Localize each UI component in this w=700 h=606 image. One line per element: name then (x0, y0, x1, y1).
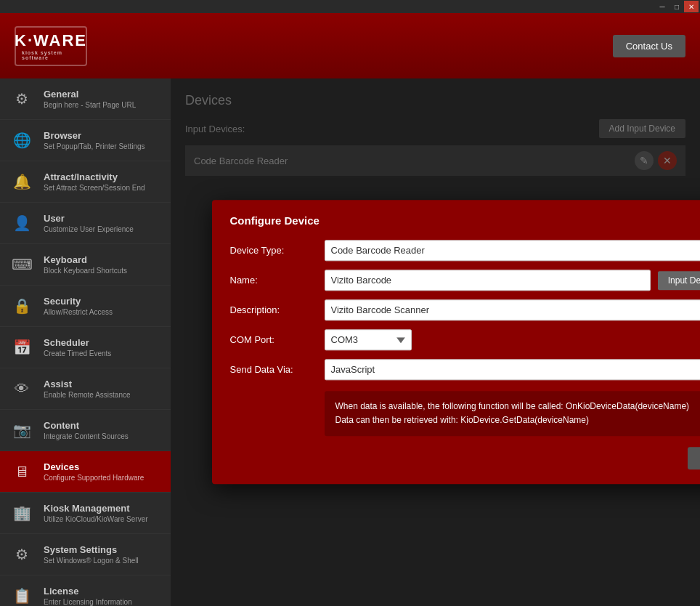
com-port-label: COM Port: (230, 334, 325, 345)
attract-icon: 🔔 (9, 169, 35, 195)
header: K·WARE kiosk system software Contact Us (0, 13, 700, 78)
name-input[interactable] (325, 270, 651, 291)
sidebar-license-title: License (44, 586, 132, 597)
sidebar-system-subtitle: Set Windows® Logon & Shell (44, 557, 139, 565)
sidebar-system-title: System Settings (44, 544, 139, 555)
scheduler-icon: 📅 (9, 334, 35, 360)
name-input-group: Input Device ACL... (325, 270, 701, 291)
sidebar-kiosk-mgmt-subtitle: Utilize KioCloud/KioWare Server (44, 515, 148, 523)
sidebar-keyboard-title: Keyboard (44, 254, 127, 265)
name-row: Name: Input Device ACL... (230, 270, 701, 291)
license-icon: 📋 (9, 583, 35, 606)
description-row: Description: (230, 299, 701, 320)
logo: K·WARE kiosk system software (15, 26, 87, 66)
name-label: Name: (230, 275, 325, 286)
sidebar-scheduler-subtitle: Create Timed Events (44, 350, 111, 357)
devices-icon: 🖥 (9, 458, 35, 485)
send-data-select[interactable]: JavaScript Event Both (325, 359, 701, 380)
user-icon: 👤 (9, 210, 35, 236)
sidebar-content-title: Content (44, 420, 129, 431)
sidebar-general-title: General (44, 89, 136, 100)
send-data-label: Send Data Via: (230, 364, 325, 375)
modal-info: When data is available, the following fu… (325, 391, 701, 436)
title-bar: ─ □ ✕ (0, 0, 700, 13)
sidebar: ⚙ General Begin here - Start Page URL 🌐 … (0, 78, 171, 606)
com-port-row: COM Port: COM1 COM2 COM3 COM4 (230, 329, 701, 350)
sidebar-item-security[interactable]: 🔒 Security Allow/Restrict Access (0, 286, 171, 327)
assist-icon: 👁 (9, 376, 35, 402)
sidebar-item-attract[interactable]: 🔔 Attract/Inactivity Set Attract Screen/… (0, 161, 171, 203)
contact-button[interactable]: Contact Us (613, 35, 685, 57)
sidebar-item-assist[interactable]: 👁 Assist Enable Remote Assistance (0, 368, 171, 410)
sidebar-item-devices[interactable]: 🖥 Devices Configure Supported Hardware (0, 451, 171, 493)
device-type-row: Device Type: Code Barcode Reader Magneti… (230, 240, 701, 261)
description-label: Description: (230, 304, 325, 315)
com-port-select[interactable]: COM1 COM2 COM3 COM4 (325, 329, 412, 350)
sidebar-item-general[interactable]: ⚙ General Begin here - Start Page URL (0, 78, 171, 120)
sidebar-attract-title: Attract/Inactivity (44, 171, 145, 182)
device-type-label: Device Type: (230, 245, 325, 256)
minimize-button[interactable]: ─ (655, 1, 670, 12)
sidebar-item-user[interactable]: 👤 User Customize User Experience (0, 203, 171, 244)
modal-footer: Close (230, 448, 701, 470)
sidebar-browser-title: Browser (44, 130, 145, 141)
system-icon: ⚙ (9, 541, 35, 567)
main-content: Devices Input Devices: Add Input Device … (171, 78, 700, 606)
app-body: ⚙ General Begin here - Start Page URL 🌐 … (0, 78, 700, 606)
send-data-row: Send Data Via: JavaScript Event Both (230, 359, 701, 380)
configure-device-modal: Configure Device Device Type: Code Barco… (212, 200, 701, 484)
sidebar-item-keyboard[interactable]: ⌨ Keyboard Block Keyboard Shortcuts (0, 244, 171, 286)
close-modal-button[interactable]: Close (688, 448, 700, 470)
maximize-button[interactable]: □ (670, 1, 684, 12)
device-type-select[interactable]: Code Barcode Reader Magnetic Stripe Read… (325, 240, 701, 261)
security-icon: 🔒 (9, 293, 35, 319)
modal-title: Configure Device (230, 214, 701, 227)
close-button[interactable]: ✕ (684, 1, 699, 12)
sidebar-item-browser[interactable]: 🌐 Browser Set Popup/Tab, Printer Setting… (0, 120, 171, 161)
sidebar-browser-subtitle: Set Popup/Tab, Printer Settings (44, 142, 145, 150)
sidebar-assist-subtitle: Enable Remote Assistance (44, 391, 131, 399)
sidebar-item-scheduler[interactable]: 📅 Scheduler Create Timed Events (0, 327, 171, 368)
sidebar-keyboard-subtitle: Block Keyboard Shortcuts (44, 267, 127, 275)
sidebar-user-title: User (44, 213, 134, 224)
sidebar-kiosk-mgmt-title: Kiosk Management (44, 503, 148, 514)
sidebar-security-title: Security (44, 296, 113, 307)
sidebar-license-subtitle: Enter Licensing Information (44, 598, 132, 606)
sidebar-item-system[interactable]: ⚙ System Settings Set Windows® Logon & S… (0, 534, 171, 575)
browser-icon: 🌐 (9, 127, 35, 153)
sidebar-item-kiosk-mgmt[interactable]: 🏢 Kiosk Management Utilize KioCloud/KioW… (0, 493, 171, 534)
description-input[interactable] (325, 299, 701, 320)
sidebar-attract-subtitle: Set Attract Screen/Session End (44, 184, 145, 192)
sidebar-item-content[interactable]: 📷 Content Integrate Content Sources (0, 410, 171, 451)
sidebar-devices-subtitle: Configure Supported Hardware (44, 474, 144, 482)
sidebar-content-subtitle: Integrate Content Sources (44, 432, 129, 440)
modal-info-line1: When data is available, the following fu… (335, 400, 701, 413)
kiosk-mgmt-icon: 🏢 (9, 500, 35, 526)
modal-info-line2: Data can then be retrieved with: KioDevi… (335, 414, 701, 428)
acl-button[interactable]: Input Device ACL... (658, 271, 700, 290)
sidebar-assist-title: Assist (44, 379, 131, 389)
sidebar-general-subtitle: Begin here - Start Page URL (44, 101, 136, 109)
content-icon: 📷 (9, 417, 35, 443)
keyboard-icon: ⌨ (9, 251, 35, 278)
sidebar-item-license[interactable]: 📋 License Enter Licensing Information (0, 575, 171, 606)
general-icon: ⚙ (9, 86, 35, 112)
sidebar-scheduler-title: Scheduler (44, 337, 111, 348)
logo-area: K·WARE kiosk system software (15, 26, 87, 66)
sidebar-user-subtitle: Customize User Experience (44, 225, 134, 233)
logo-subtitle: kiosk system software (22, 50, 80, 60)
sidebar-devices-title: Devices (44, 461, 144, 472)
sidebar-security-subtitle: Allow/Restrict Access (44, 308, 113, 316)
logo-text: K·WARE (15, 31, 87, 50)
